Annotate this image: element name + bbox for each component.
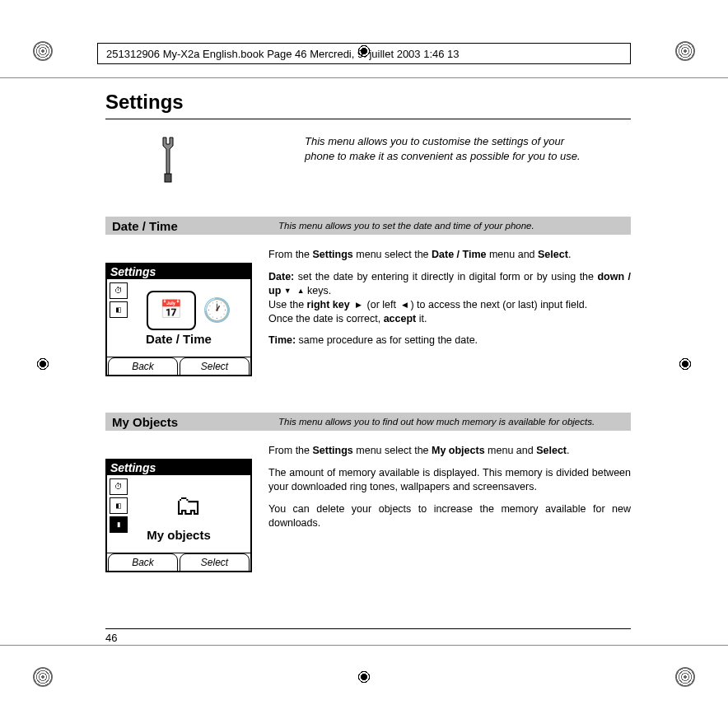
intro-text: This menu allows you to customise the se… <box>305 134 585 184</box>
text: . <box>567 445 569 456</box>
softkey-back: Back <box>108 553 178 572</box>
text: ) to access the next (or last) input fie… <box>408 299 587 310</box>
phone-small-icon: ◧ <box>110 301 128 318</box>
text-bold: Date: <box>268 271 294 282</box>
crop-mark-icon <box>33 41 53 61</box>
right-triangle-icon: ▶ <box>356 300 362 310</box>
crop-mark-icon <box>35 357 50 371</box>
wrench-icon <box>155 134 181 184</box>
phone-screenshot-date-time: Settings ⏱ ◧ 📅 🕐 Date / Time Back Select <box>105 263 252 376</box>
phone-small-icon: ▮ <box>110 516 128 533</box>
rule <box>0 77 728 78</box>
rule <box>0 645 728 646</box>
header-text: 251312906 My-X2a English.book Page 46 Me… <box>106 48 460 60</box>
text: set the date by entering it directly in … <box>294 271 597 282</box>
section-header-date-time: Date / Time This menu allows you to set … <box>105 217 631 235</box>
text-bold: Select <box>538 249 568 260</box>
crop-mark-icon <box>678 357 693 371</box>
text: From the <box>268 249 313 260</box>
clock-icon: 🕐 <box>203 296 231 324</box>
crop-mark-icon <box>675 667 695 687</box>
svg-rect-0 <box>165 174 171 182</box>
text: . <box>568 249 571 260</box>
page-header: 251312906 My-X2a English.book Page 46 Me… <box>97 43 631 64</box>
text: Once the date is correct, <box>268 313 384 324</box>
text-bold: Settings <box>313 445 353 456</box>
text: menu select the <box>353 249 432 260</box>
page-title: Settings <box>105 91 631 119</box>
text: keys. <box>305 285 332 296</box>
text: menu select the <box>353 445 432 456</box>
crop-mark-icon <box>675 41 695 61</box>
section-body-text: From the Settings menu select the Date /… <box>268 248 631 376</box>
text: (or left <box>364 299 399 310</box>
section-title: My Objects <box>105 415 278 429</box>
phone-screenshot-my-objects: Settings ⏱ ◧ ▮ 🗂 My objects Back Select <box>105 459 252 572</box>
objects-icon: 🗂 <box>164 487 213 526</box>
left-triangle-icon: ◀ <box>402 300 408 310</box>
page-number: 46 <box>105 632 117 644</box>
text-bold: Select <box>536 445 567 456</box>
text-bold: accept <box>384 313 417 324</box>
paragraph: You can delete your objects to increase … <box>268 502 631 530</box>
text-bold: right key <box>307 299 350 310</box>
calendar-icon: 📅 <box>147 291 196 330</box>
section-header-my-objects: My Objects This menu allows you to find … <box>105 413 631 431</box>
text: menu and <box>486 249 538 260</box>
rule <box>105 628 631 629</box>
phone-header: Settings <box>107 264 250 279</box>
crop-mark-icon <box>33 667 53 687</box>
text-bold: Settings <box>313 249 353 260</box>
phone-header: Settings <box>107 460 250 475</box>
section-title: Date / Time <box>105 219 278 233</box>
section-body-text: From the Settings menu select the My obj… <box>268 444 631 572</box>
paragraph: The amount of memory available is displa… <box>268 466 631 494</box>
text-bold: Time: <box>268 334 296 346</box>
text: menu and <box>485 445 537 456</box>
text: same procedure as for setting the date. <box>296 334 478 346</box>
text-bold: Date / Time <box>432 249 486 260</box>
softkey-back: Back <box>108 357 178 376</box>
crop-mark-icon <box>357 670 371 684</box>
text: From the <box>268 445 313 456</box>
softkey-select: Select <box>180 553 250 572</box>
softkey-select: Select <box>180 357 250 376</box>
section-desc: This menu allows you to set the date and… <box>278 221 534 231</box>
text-bold: My objects <box>432 445 485 456</box>
down-triangle-icon: ▼ <box>284 286 292 296</box>
text: it. <box>416 313 427 324</box>
phone-small-icon: ⏱ <box>110 478 128 495</box>
phone-main-label: My objects <box>147 528 211 542</box>
text: Use the <box>268 299 307 310</box>
section-desc: This menu allows you to find out how muc… <box>278 417 595 427</box>
phone-main-label: Date / Time <box>146 332 212 346</box>
phone-small-icon: ⏱ <box>110 282 128 299</box>
phone-small-icon: ◧ <box>110 497 128 514</box>
up-triangle-icon: ▲ <box>297 286 305 296</box>
